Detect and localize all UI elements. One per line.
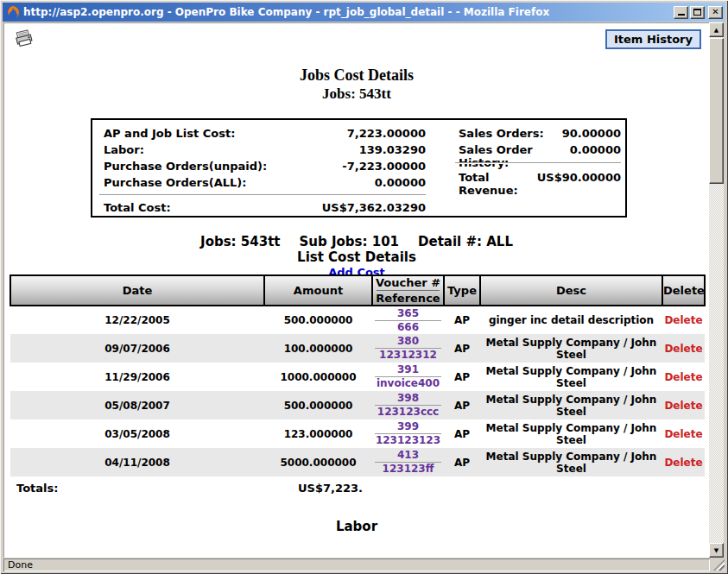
voucher-link[interactable]: 399 <box>374 421 442 432</box>
voucher-cell: 365666 <box>372 306 444 334</box>
summary-value: 90.00000 <box>562 127 621 140</box>
scroll-up-button[interactable]: ▲ <box>709 22 724 37</box>
table-row: 12/22/2005 500.000000 365666 AP ginger i… <box>10 306 705 334</box>
cost-table: Date Amount Voucher # Reference Type Des… <box>9 274 706 476</box>
summary-label: Sales Orders: <box>459 127 544 140</box>
summary-label: Total Revenue: <box>459 171 537 197</box>
voucher-cell: 413123123ff <box>372 448 444 476</box>
voucher-cell: 399123123123 <box>372 419 444 448</box>
summary-label: Sales Order History: <box>459 143 570 169</box>
cost-desc: Metal Supply Company / John Steel <box>480 363 662 391</box>
cost-desc: Metal Supply Company / John Steel <box>480 391 662 419</box>
scroll-down-button[interactable]: ▼ <box>709 543 724 558</box>
voucher-link[interactable]: 365 <box>374 308 442 319</box>
item-history-button[interactable]: Item History <box>605 29 701 49</box>
reference-link[interactable]: 123123123 <box>374 435 442 446</box>
minimize-icon <box>678 14 685 16</box>
cost-summary-box: AP and Job List Cost:7,223.00000 Labor:1… <box>91 118 627 218</box>
titlebar[interactable]: http://asp2.openpro.org - OpenPro Bike C… <box>3 3 725 22</box>
cost-desc: Metal Supply Company / John Steel <box>480 419 662 448</box>
minimize-button[interactable] <box>674 6 688 19</box>
header-voucher-reference: Voucher # Reference <box>372 275 444 306</box>
voucher-link[interactable]: 380 <box>374 336 442 347</box>
cost-amount: 5000.000000 <box>264 448 372 476</box>
cost-amount: 500.000000 <box>264 391 372 419</box>
cost-type: AP <box>444 306 480 334</box>
table-row: 11/29/2006 1000.000000 391invoice400 AP … <box>10 363 705 391</box>
voucher-cell: 391invoice400 <box>372 363 444 391</box>
maximize-icon <box>693 9 701 16</box>
summary-row: Sales Order History:0.00000 <box>459 143 621 169</box>
header-reference: Reference <box>373 292 443 305</box>
cost-date: 04/11/2008 <box>10 448 264 476</box>
report-subtitle: Jobs: 543tt <box>4 85 709 103</box>
reference-link[interactable]: invoice400 <box>374 378 442 389</box>
cost-amount: 123.000000 <box>264 419 372 448</box>
summary-divider <box>99 194 426 196</box>
cost-type: AP <box>444 391 480 419</box>
scrollbar-thumb[interactable] <box>709 38 724 184</box>
page-content: Item History Jobs Cost Details Jobs: 543… <box>3 22 709 558</box>
cost-desc: Metal Supply Company / John Steel <box>480 448 662 476</box>
delete-link[interactable]: Delete <box>664 457 702 469</box>
summary-label: Labor: <box>104 143 144 156</box>
table-row: 04/11/2008 5000.000000 413123123ff AP Me… <box>10 448 705 476</box>
summary-value: US$7,362.03290 <box>322 201 426 214</box>
delete-cell: Delete <box>662 363 705 391</box>
voucher-link[interactable]: 391 <box>374 364 442 375</box>
totals-label: Totals: <box>16 482 58 495</box>
summary-value: 139.03290 <box>359 143 426 156</box>
reference-link[interactable]: 666 <box>374 322 442 333</box>
delete-link[interactable]: Delete <box>664 343 702 355</box>
delete-link[interactable]: Delete <box>664 314 702 326</box>
status-text: Done <box>3 558 710 571</box>
cost-amount: 1000.000000 <box>264 363 372 391</box>
resize-grip[interactable] <box>713 559 725 571</box>
scroll-up-icon: ▲ <box>714 27 719 34</box>
maximize-button[interactable] <box>690 6 705 19</box>
cost-date: 03/05/2008 <box>10 419 264 448</box>
vertical-scrollbar[interactable]: ▲ ▼ <box>709 22 724 558</box>
reference-link[interactable]: 123123ff <box>374 464 442 475</box>
summary-label: Total Cost: <box>104 201 171 214</box>
header-voucher: Voucher # <box>373 276 443 289</box>
detail-value: Detail #: ALL <box>418 234 513 249</box>
table-row: 05/08/2007 500.000000 398123123ccc AP Me… <box>10 391 705 419</box>
header-desc: Desc <box>480 275 662 306</box>
summary-value: -7,223.00000 <box>342 160 426 173</box>
close-icon: ✕ <box>712 8 719 16</box>
voucher-header-divider <box>377 290 440 291</box>
summary-label: AP and Job List Cost: <box>104 127 235 140</box>
delete-cell: Delete <box>662 448 705 476</box>
firefox-icon <box>5 5 20 20</box>
delete-link[interactable]: Delete <box>664 371 702 383</box>
print-icon[interactable] <box>15 29 34 47</box>
summary-row: Sales Orders:90.00000 <box>459 127 621 140</box>
cost-type: AP <box>444 448 480 476</box>
summary-row: Labor:139.03290 <box>104 143 426 156</box>
sub-jobs-value: Sub Jobs: 101 <box>299 234 399 249</box>
cost-type: AP <box>444 363 480 391</box>
summary-value: 0.00000 <box>570 143 621 169</box>
voucher-link[interactable]: 398 <box>374 393 442 404</box>
jobs-value: Jobs: 543tt <box>200 234 280 249</box>
voucher-link[interactable]: 413 <box>374 450 442 461</box>
cost-amount: 500.000000 <box>264 306 372 334</box>
header-delete: Delete <box>662 275 705 306</box>
reference-link[interactable]: 12312312 <box>374 350 442 361</box>
reference-link[interactable]: 123123ccc <box>374 407 442 418</box>
browser-window: http://asp2.openpro.org - OpenPro Bike C… <box>0 0 728 574</box>
cost-type: AP <box>444 419 480 448</box>
totals-value: US$7,223. <box>298 482 363 495</box>
delete-cell: Delete <box>662 306 705 334</box>
scroll-down-icon: ▼ <box>714 547 719 554</box>
summary-value: 7,223.00000 <box>347 127 426 140</box>
table-header-row: Date Amount Voucher # Reference Type Des… <box>10 275 705 306</box>
delete-link[interactable]: Delete <box>664 428 702 440</box>
summary-label: Purchase Orders(unpaid): <box>104 160 267 173</box>
report-title: Jobs Cost Details <box>4 66 709 85</box>
voucher-cell: 398123123ccc <box>372 391 444 419</box>
summary-label: Purchase Orders(ALL): <box>104 176 246 189</box>
close-button[interactable]: ✕ <box>708 6 723 19</box>
delete-link[interactable]: Delete <box>664 400 702 412</box>
